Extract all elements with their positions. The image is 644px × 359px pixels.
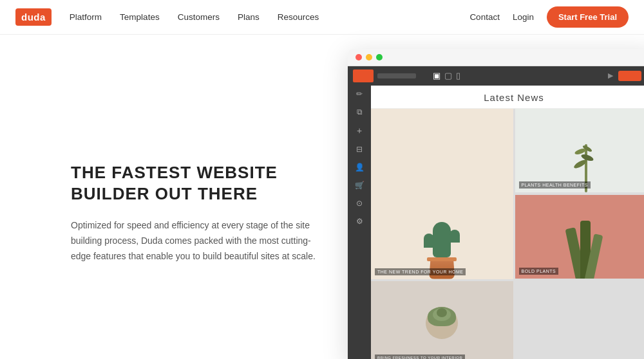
close-dot [355,54,362,60]
logo[interactable]: duda [15,8,52,26]
nav-resources[interactable]: Resources [278,12,319,22]
editor-toolbar-top: ▣ ▢ ▯ ▶ ⌂ [348,66,644,86]
nav-contact[interactable]: Contact [469,12,500,22]
nav-right: Contact Login Start Free Trial [469,6,629,28]
hero-title: THE FASTEST WEBSITE BUILDER OUT THERE [71,162,322,206]
nav-customers[interactable]: Customers [178,12,220,22]
navbar: duda Platform Templates Customers Plans … [0,0,644,35]
browser-window: ▣ ▢ ▯ ▶ ⌂ ✏ ⧉ + ⊟ 👤 🛒 [348,49,644,360]
hero-description: Optimized for speed and efficiency at ev… [71,218,322,264]
nav-platform[interactable]: Platform [70,12,102,22]
browser-chrome [348,49,644,66]
news-item-aloe: BOLD PLANTS [515,195,645,279]
mobile-icon[interactable]: ▯ [456,71,460,80]
layers-icon[interactable]: ⧉ [357,107,363,116]
device-icons: ▣ ▢ ▯ [433,71,460,80]
nav-templates[interactable]: Templates [120,12,160,22]
add-icon[interactable]: + [357,125,362,136]
toolbar-orange-block [353,69,374,82]
desktop-icon[interactable]: ▣ [433,71,440,80]
hero-section: THE FASTEST WEBSITE BUILDER OUT THERE Op… [0,35,644,359]
news-item-cactus: THE NEW TREND FOR YOUR HOME [371,109,513,279]
play-icon: ▶ [608,71,613,80]
news-label-3: BOLD PLANTS [519,268,559,275]
folder-icon[interactable]: ⊟ [356,145,363,154]
gear-icon[interactable]: ⚙ [356,217,363,226]
nav-plans[interactable]: Plans [238,12,260,22]
editor-side-toolbar: ✏ ⧉ + ⊟ 👤 🛒 ⊙ ⚙ [348,86,371,360]
cart-icon[interactable]: 🛒 [355,181,365,190]
editor-content: Latest News [371,86,644,360]
minimize-dot [366,54,372,60]
news-grid: THE NEW TREND FOR YOUR HOME PLAN [371,109,644,360]
toolbar-action-btn [618,71,641,81]
nav-login[interactable]: Login [513,12,534,22]
news-label-2: PLANTS HEALTH BENEFITS [519,181,591,189]
editor-frame: ✏ ⧉ + ⊟ 👤 🛒 ⊙ ⚙ Latest News [348,86,644,360]
news-item-succulent1: BRING FRESHNESS TO YOUR INTERIOR [371,281,513,360]
news-label-4: BRING FRESHNESS TO YOUR INTERIOR [375,354,465,360]
browser-mockup: ▣ ▢ ▯ ▶ ⌂ ✏ ⧉ + ⊟ 👤 🛒 [348,49,644,360]
maximize-dot [376,54,383,60]
section-header: Latest News [371,86,644,109]
settings-circle-icon[interactable]: ⊙ [356,199,363,208]
toolbar-search-bar [377,73,416,78]
start-trial-button[interactable]: Start Free Trial [547,6,629,28]
news-label-1: THE NEW TREND FOR YOUR HOME [375,268,466,275]
hero-left: THE FASTEST WEBSITE BUILDER OUT THERE Op… [71,162,341,264]
user-icon[interactable]: 👤 [355,163,365,172]
news-item-palm: PLANTS HEALTH BENEFITS [515,109,645,192]
pencil-icon[interactable]: ✏ [356,89,363,98]
nav-links: Platform Templates Customers Plans Resou… [70,12,470,22]
section-title: Latest News [371,92,644,103]
tablet-icon[interactable]: ▢ [444,71,452,80]
